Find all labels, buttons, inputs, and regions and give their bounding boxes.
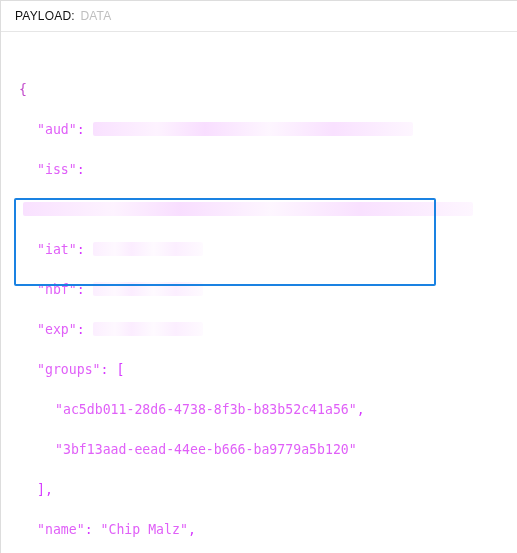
groups-close-line: ], [19, 480, 499, 500]
header-label: PAYLOAD: [15, 9, 75, 23]
panel-header: PAYLOAD: DATA [1, 1, 517, 32]
key-aud: "aud" [37, 122, 77, 137]
groups-value-2: "3bf13aad-eead-44ee-b666-ba9779a5b120" [55, 442, 357, 457]
redacted-value [93, 122, 413, 136]
groups-open-line: "groups": [ [19, 360, 499, 380]
key-exp: "exp" [37, 322, 77, 337]
redacted-value [23, 202, 473, 216]
key-groups: "groups" [37, 362, 101, 377]
redacted-value [93, 242, 203, 256]
redacted-value [93, 322, 203, 336]
key-iat: "iat" [37, 242, 77, 257]
json-code-block: { "aud": "iss": "iat": "nbf": "exp": "gr… [1, 32, 517, 553]
open-brace: { [19, 82, 27, 97]
key-nbf: "nbf" [37, 282, 77, 297]
header-sublabel: DATA [80, 9, 111, 23]
redacted-value [93, 282, 203, 296]
key-name: "name" [37, 522, 85, 537]
value-name: "Chip Malz" [101, 522, 188, 537]
payload-panel: PAYLOAD: DATA { "aud": "iss": "iat": "nb… [0, 0, 517, 553]
groups-value-1: "ac5db011-28d6-4738-8f3b-b83b52c41a56" [55, 402, 357, 417]
key-iss: "iss" [37, 162, 77, 177]
